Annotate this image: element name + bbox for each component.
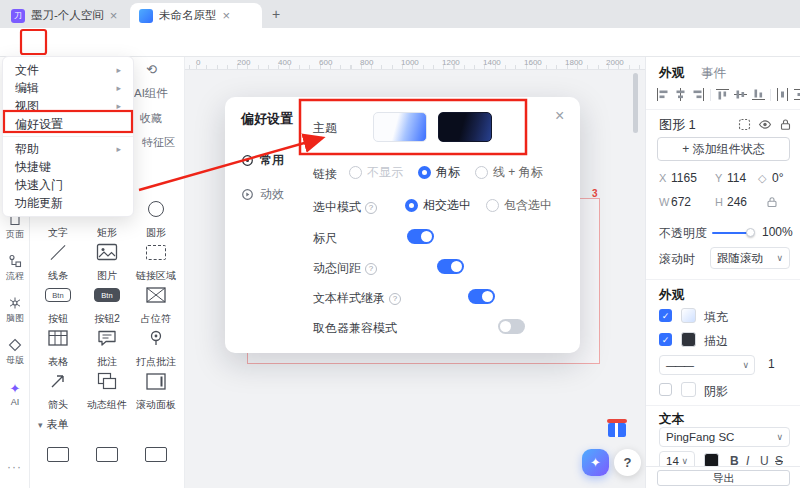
h-value[interactable]: 246 (727, 195, 747, 209)
menu-item-help[interactable]: 帮助 ▸ (3, 140, 133, 158)
library-item-table[interactable]: 表格 (34, 326, 82, 369)
question-icon: ? (624, 455, 632, 470)
align-bottom-icon[interactable] (752, 88, 765, 101)
menu-item-quickstart[interactable]: 快速入门 (3, 176, 133, 194)
export-button[interactable]: 导出 (657, 470, 790, 486)
distribute-h-icon[interactable] (776, 88, 789, 101)
eye-icon[interactable] (758, 118, 772, 131)
opacity-value[interactable]: 100% (762, 225, 793, 239)
library-item-circle[interactable]: 圆形 (132, 197, 180, 240)
close-tab-icon[interactable]: × (110, 9, 118, 22)
library-tab-ai-components[interactable]: AI组件 (134, 86, 168, 101)
menu-item-edit[interactable]: 编辑 ▸ (3, 79, 133, 97)
library-item-image[interactable]: 图片 (83, 240, 131, 283)
color-picker-compat-toggle[interactable] (498, 319, 525, 334)
dynamic-spacing-toggle[interactable] (437, 259, 464, 274)
stroke-checkbox[interactable]: ✓ (659, 333, 672, 346)
stroke-style-select[interactable]: ——— ∨ (659, 355, 755, 375)
rail-item-master[interactable]: 母版 (0, 338, 30, 367)
rail-item-mindmap[interactable]: 脑图 (0, 296, 30, 325)
radio-icon (405, 199, 418, 212)
library-filter-favorites[interactable]: 收藏 (140, 111, 162, 126)
ai-assistant-button[interactable]: ✦ (582, 449, 609, 476)
radio-link-corner[interactable]: 角标 (418, 164, 460, 181)
new-tab-button[interactable]: + (272, 6, 280, 22)
button-icon: Btn (45, 288, 71, 302)
shape-link-badge[interactable]: 3 (592, 188, 598, 199)
library-section-feature[interactable]: 特征区 (142, 135, 175, 150)
w-value[interactable]: 672 (671, 195, 691, 209)
shadow-checkbox[interactable] (659, 383, 672, 396)
ruler-toggle[interactable] (407, 229, 434, 244)
library-item-dot-annotation[interactable]: 打点批注 (132, 326, 180, 369)
library-item-line[interactable]: 线条 (34, 240, 82, 283)
menu-item-view[interactable]: 视图 ▸ (3, 97, 133, 115)
dialog-nav-animation[interactable]: 动效 (241, 186, 284, 203)
library-item-clipped[interactable] (132, 442, 180, 466)
library-item-annotation[interactable]: 批注 (83, 326, 131, 369)
y-value[interactable]: 114 (727, 171, 746, 185)
tab-appearance[interactable]: 外观 (659, 65, 684, 82)
align-top-icon[interactable] (716, 88, 729, 101)
rail-more-button[interactable]: ··· (7, 460, 22, 474)
fill-color-swatch[interactable] (681, 308, 696, 323)
history-icon[interactable]: ⟲ (146, 62, 157, 77)
library-item-arrow[interactable]: 箭头 (34, 369, 82, 412)
stroke-color-swatch[interactable] (681, 332, 696, 347)
tab-untitled-prototype[interactable]: 未命名原型 × (130, 3, 262, 28)
create-component-icon[interactable] (738, 118, 751, 131)
rotation-value[interactable]: 0° (772, 171, 783, 185)
gift-promo-button[interactable] (606, 420, 628, 440)
library-item-button[interactable]: Btn 按钮 (34, 283, 82, 326)
fill-checkbox[interactable]: ✓ (659, 309, 672, 322)
library-section-form[interactable]: ▾ 表单 (38, 417, 69, 432)
font-family-select[interactable]: PingFang SC ∨ (659, 427, 790, 447)
radio-link-line-corner[interactable]: 线 + 角标 (475, 164, 543, 181)
library-item-dynamic-component[interactable]: 动态组件 (83, 369, 131, 412)
align-right-icon[interactable] (692, 88, 705, 101)
shadow-swatch[interactable] (681, 382, 696, 397)
radio-link-hidden[interactable]: 不显示 (349, 164, 403, 181)
library-item-scroll-panel[interactable]: 滚动面板 (132, 369, 180, 412)
library-item-link-area[interactable]: 链接区域 (132, 240, 180, 283)
menu-item-file[interactable]: 文件 ▸ (3, 61, 133, 79)
x-value[interactable]: 1165 (671, 171, 697, 185)
menu-item-preferences[interactable]: 偏好设置 (3, 115, 133, 133)
info-icon[interactable]: ? (389, 293, 401, 305)
rail-item-ai[interactable]: ✦ AI (0, 382, 30, 407)
theme-option-light[interactable] (373, 112, 427, 142)
help-button[interactable]: ? (614, 449, 641, 476)
rail-item-flow[interactable]: 流程 (0, 254, 30, 283)
library-item-clipped[interactable] (83, 442, 131, 466)
shape-name[interactable]: 图形 1 (659, 116, 696, 134)
opacity-slider-handle[interactable] (746, 228, 755, 237)
align-center-h-icon[interactable] (674, 88, 687, 101)
close-dialog-icon[interactable]: × (555, 107, 564, 125)
add-component-state-button[interactable]: + 添加组件状态 (657, 137, 790, 161)
appearance-header: 外观 (659, 287, 684, 304)
library-item-placeholder[interactable]: 占位符 (132, 283, 180, 326)
distribute-v-icon[interactable] (794, 88, 800, 101)
tab-personal-space[interactable]: 刀 墨刀-个人空间 × (2, 3, 128, 28)
library-item-clipped[interactable] (34, 442, 82, 466)
menu-item-updates[interactable]: 功能更新 (3, 194, 133, 212)
theme-option-dark[interactable] (438, 112, 492, 142)
stroke-width-input[interactable]: 1 (768, 357, 775, 371)
radio-intersect-select[interactable]: 相交选中 (405, 197, 471, 214)
opacity-slider[interactable] (712, 232, 750, 234)
close-tab-icon[interactable]: × (223, 9, 231, 22)
info-icon[interactable]: ? (365, 202, 377, 214)
aspect-lock-icon[interactable] (766, 196, 778, 208)
align-middle-v-icon[interactable] (734, 88, 747, 101)
dialog-nav-common[interactable]: 常用 (241, 152, 284, 169)
menu-item-shortcuts[interactable]: 快捷键 (3, 158, 133, 176)
lock-icon[interactable] (779, 118, 792, 131)
scroll-behavior-select[interactable]: 跟随滚动 ∨ (710, 247, 790, 269)
text-inherit-toggle[interactable] (468, 289, 495, 304)
info-icon[interactable]: ? (365, 263, 377, 275)
radio-contain-select[interactable]: 包含选中 (486, 197, 552, 214)
library-item-button2[interactable]: Btn 按钮2 (83, 283, 131, 326)
align-left-icon[interactable] (656, 88, 669, 101)
tab-events[interactable]: 事件 (701, 65, 726, 82)
vertical-scrollbar[interactable] (633, 73, 638, 133)
